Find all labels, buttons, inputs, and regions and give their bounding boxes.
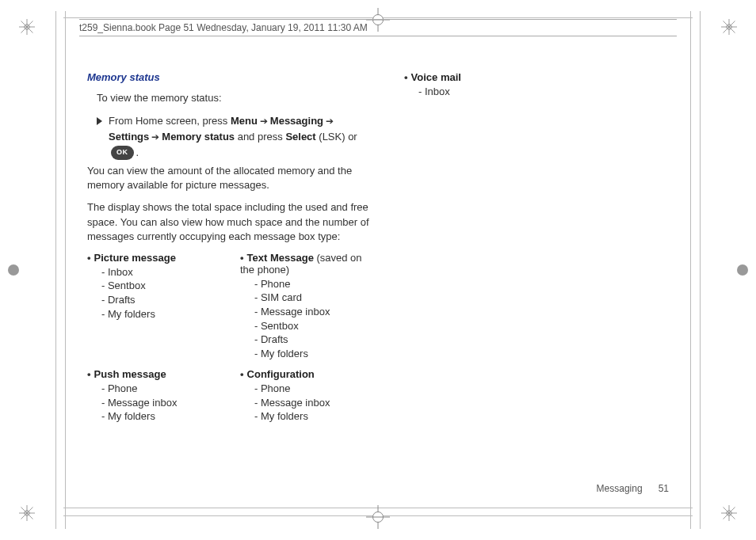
paragraph: The display shows the total space includ…: [87, 200, 372, 244]
period: .: [136, 146, 139, 158]
arrow-icon: ➔: [260, 114, 268, 129]
arrow-icon: ➔: [326, 114, 334, 129]
settings-bold: Settings: [109, 131, 149, 143]
list-title: Push message: [94, 368, 166, 380]
page-content: Memory status To view the memory status:…: [87, 71, 669, 477]
memstatus-bold: Memory status: [162, 131, 235, 143]
crop-line: [690, 11, 691, 529]
registration-dot-icon: [8, 264, 19, 276]
list-item: Phone: [101, 382, 220, 396]
list-item: Phone: [254, 277, 372, 291]
list-item: Message inbox: [254, 305, 372, 319]
list-item: Phone: [254, 382, 372, 396]
list-voice-mail: •Voice mail Inbox: [404, 71, 669, 99]
step-body: From Home screen, press Menu➔Messaging➔S…: [109, 113, 372, 161]
page-footer: Messaging 51: [597, 483, 669, 494]
list-text-message: •Text Message (saved on the phone) Phone…: [240, 252, 372, 360]
lsk: (LSK) or: [316, 131, 357, 143]
list-item: Drafts: [254, 333, 372, 347]
crop-line: [65, 11, 66, 529]
list-title: Text Message: [247, 252, 314, 264]
list-item: Inbox: [101, 265, 220, 280]
select-bold: Select: [285, 131, 315, 143]
paragraph: You can view the amount of the allocated…: [87, 164, 372, 192]
list-item: My folders: [101, 307, 220, 321]
list-configuration: •Configuration Phone Message inbox My fo…: [240, 368, 372, 424]
registration-dot-icon: [737, 264, 748, 276]
list-item: My folders: [254, 409, 372, 424]
frame-header: t259_Sienna.book Page 51 Wednesday, Janu…: [79, 19, 677, 36]
list-item: Sentbox: [101, 279, 220, 293]
footer-page-number: 51: [659, 483, 669, 494]
step: From Home screen, press Menu➔Messaging➔S…: [87, 113, 372, 161]
list-item: SIM card: [254, 291, 372, 305]
registration-mark-icon: [721, 505, 737, 521]
crosshair-icon: [366, 505, 390, 529]
list-picture-message: •Picture message Inbox Sentbox Drafts My…: [87, 252, 220, 360]
step-pre: From Home screen, press: [109, 115, 231, 127]
intro-text: To view the memory status:: [87, 91, 372, 105]
and-press: and press: [235, 131, 285, 143]
frame-header-text: t259_Sienna.book Page 51 Wednesday, Janu…: [79, 22, 368, 33]
messaging-bold: Messaging: [270, 115, 323, 127]
list-title: Voice mail: [411, 71, 461, 83]
ok-key-icon: OK: [111, 146, 134, 160]
step-marker-icon: [97, 117, 102, 125]
list-item: Message inbox: [101, 396, 220, 410]
registration-mark-icon: [19, 19, 35, 35]
list-item: Sentbox: [254, 319, 372, 333]
section-title: Memory status: [87, 71, 372, 83]
list-item: My folders: [254, 347, 372, 361]
list-item: Inbox: [418, 85, 669, 99]
list-item: Message inbox: [254, 396, 372, 410]
list-item: My folders: [101, 409, 220, 424]
crop-line: [700, 11, 701, 529]
list-title: Configuration: [247, 368, 315, 380]
footer-section: Messaging: [597, 483, 643, 494]
list-push-message: •Push message Phone Message inbox My fol…: [87, 368, 220, 424]
list-title: Picture message: [94, 252, 176, 264]
registration-mark-icon: [19, 505, 35, 521]
registration-mark-icon: [721, 19, 737, 35]
crop-line: [55, 11, 56, 529]
arrow-icon: ➔: [151, 130, 159, 145]
menu-bold: Menu: [231, 115, 258, 127]
list-item: Drafts: [101, 293, 220, 307]
